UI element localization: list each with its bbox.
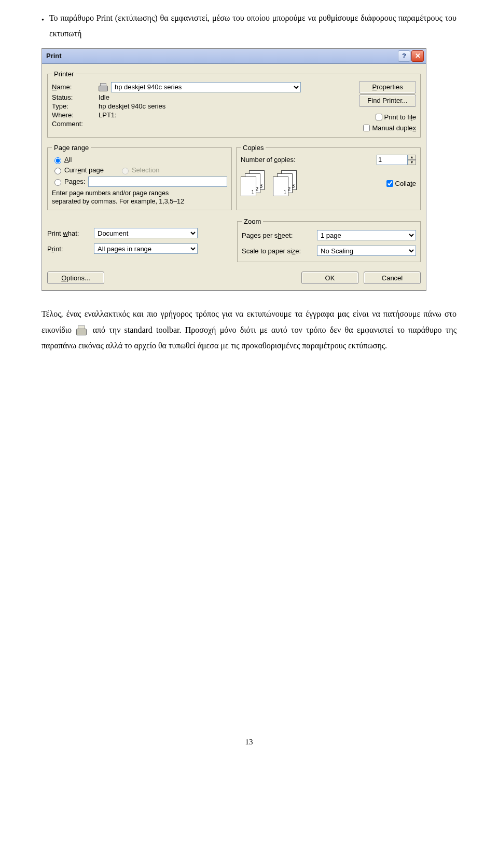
page-range-hint: Enter page numbers and/or page ranges se… [52, 189, 227, 206]
dialog-title: Print [46, 52, 397, 60]
status-label: Status: [52, 93, 99, 101]
toolbar-print-icon [76, 326, 88, 336]
type-value: hp deskjet 940c series [99, 102, 165, 110]
page-number: 13 [42, 738, 457, 747]
page-range-group: Page range All Current page [47, 144, 232, 211]
printer-icon [99, 83, 108, 91]
print-what-label: Print what: [47, 229, 94, 237]
scale-select[interactable]: No Scaling [317, 246, 416, 256]
options-button[interactable]: Options... [47, 272, 104, 284]
close-button[interactable]: ✕ [411, 50, 424, 62]
help-button[interactable]: ? [398, 50, 410, 62]
collate-preview-1: 3 2 1 [241, 170, 268, 197]
intro-text: Το παράθυρο Print (εκτύπωσης) θα εμφανισ… [49, 10, 457, 42]
titlebar: Print ? ✕ [42, 49, 426, 64]
printer-name-select[interactable]: hp deskjet 940c series [111, 82, 301, 92]
where-value: LPT1: [99, 111, 117, 119]
num-copies-label: Number of copies: [241, 156, 296, 164]
status-value: Idle [99, 93, 109, 101]
all-radio[interactable]: All [52, 156, 72, 164]
properties-button[interactable]: Properties [359, 81, 416, 93]
copies-legend: Copies [241, 144, 266, 152]
selection-radio-input [122, 168, 129, 174]
where-label: Where: [52, 111, 99, 119]
copies-group: Copies Number of copies: ▲ ▼ [236, 144, 421, 211]
cancel-button[interactable]: Cancel [364, 272, 421, 284]
pps-label: Pages per sheet: [242, 232, 317, 239]
print-what-select[interactable]: Document [94, 228, 198, 238]
num-copies-spinner[interactable]: ▲ ▼ [377, 155, 416, 165]
scale-label: Scale to paper size: [242, 247, 317, 255]
print-select[interactable]: All pages in range [94, 243, 198, 254]
collate-input[interactable] [386, 180, 393, 187]
pages-radio-input[interactable] [54, 179, 61, 186]
spin-down[interactable]: ▼ [408, 160, 416, 165]
pps-select[interactable]: 1 page [317, 230, 416, 240]
manual-duplex-check[interactable]: Manual duplex [361, 123, 416, 133]
all-radio-input[interactable] [54, 157, 61, 164]
collate-preview-2: 3 2 1 [273, 170, 300, 197]
find-printer-button[interactable]: Find Printer... [359, 94, 416, 107]
intro-paragraph: • Το παράθυρο Print (εκτύπωσης) θα εμφαν… [42, 10, 457, 42]
spin-up[interactable]: ▲ [408, 155, 416, 160]
ok-button[interactable]: OK [301, 272, 358, 284]
collate-check[interactable]: Collate [384, 179, 416, 188]
printer-legend: Printer [52, 70, 76, 78]
bullet-icon: • [42, 13, 44, 28]
print-dialog: Print ? ✕ Printer Name: hp deskjet 940c … [42, 48, 426, 291]
print-to-file-check[interactable]: Print to file [374, 112, 416, 122]
name-label: Name: [52, 83, 99, 91]
manual-duplex-input[interactable] [363, 125, 370, 131]
pages-input[interactable] [88, 177, 227, 187]
print-label: Print: [47, 245, 94, 253]
zoom-legend: Zoom [242, 218, 263, 225]
current-radio-input[interactable] [54, 168, 61, 174]
print-to-file-input[interactable] [376, 114, 382, 120]
page-range-legend: Page range [52, 144, 91, 152]
num-copies-input[interactable] [377, 155, 408, 165]
zoom-group: Zoom Pages per sheet: 1 page Scale to pa… [237, 218, 421, 262]
printer-group: Printer Name: hp deskjet 940c series [47, 70, 421, 138]
comment-label: Comment: [52, 120, 99, 128]
current-page-radio[interactable]: Current page [52, 166, 104, 174]
selection-radio: Selection [119, 166, 159, 174]
type-label: Type: [52, 102, 99, 110]
pages-radio[interactable]: Pages: [52, 177, 227, 187]
body-paragraph-2: Τέλος, ένας εναλλακτικός και πιο γρήγορο… [42, 306, 457, 354]
